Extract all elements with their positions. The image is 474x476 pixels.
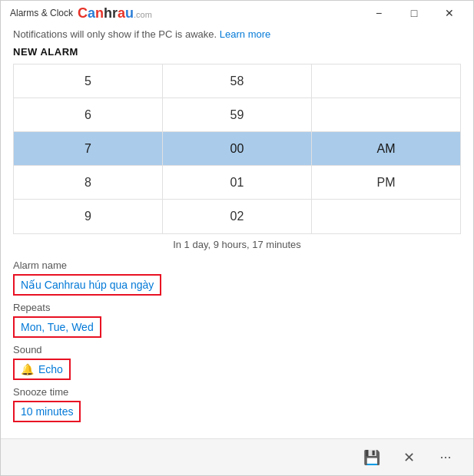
hour-cell-1[interactable]: 5 — [14, 64, 163, 98]
alarm-name-value[interactable]: Nấu Canhrau húp qua ngày — [13, 274, 161, 296]
hour-cell-5[interactable]: 9 — [14, 200, 163, 233]
snooze-label: Snooze time — [13, 386, 461, 398]
ampm-cell-5[interactable] — [312, 200, 460, 233]
logo-com: .com — [134, 10, 152, 19]
snooze-value[interactable]: 10 minutes — [13, 401, 81, 422]
notification-bar: Notifications will only show if the PC i… — [1, 25, 473, 46]
sound-label: Sound — [13, 344, 461, 355]
minute-cell-2[interactable]: 59 — [163, 98, 312, 132]
hour-cell-selected[interactable]: 7 — [14, 132, 163, 166]
app-window: Alarms & Clock Canhrau.com − □ ✕ Notific… — [0, 0, 474, 476]
time-info: In 1 day, 9 hours, 17 minutes — [13, 239, 461, 250]
save-button[interactable]: 💾 — [356, 442, 387, 473]
alarm-name-label: Alarm name — [13, 259, 461, 271]
time-row-5[interactable]: 9 02 — [14, 200, 460, 233]
minute-cell-5[interactable]: 02 — [163, 200, 312, 233]
minute-cell-4[interactable]: 01 — [163, 166, 312, 200]
maximize-button[interactable]: □ — [396, 1, 432, 25]
app-title: Alarms & Clock — [10, 8, 73, 18]
sound-name: Echo — [38, 363, 63, 375]
hour-cell-2[interactable]: 6 — [14, 98, 163, 132]
sound-value[interactable]: 🔔 Echo — [13, 359, 71, 380]
close-button[interactable]: ✕ — [432, 1, 467, 25]
time-row-1[interactable]: 5 58 — [14, 64, 460, 98]
bottom-bar: 💾 ✕ ··· — [1, 438, 473, 475]
minute-cell-1[interactable]: 58 — [163, 64, 312, 98]
main-content: NEW ALARM 5 58 6 59 7 00 AM 8 — [1, 46, 473, 438]
repeats-value[interactable]: Mon, Tue, Wed — [13, 316, 101, 338]
time-row-2[interactable]: 6 59 — [14, 98, 460, 132]
logo: Canhrau.com — [78, 5, 152, 21]
title-bar-left: Alarms & Clock Canhrau.com — [10, 5, 152, 21]
bell-icon: 🔔 — [21, 363, 34, 375]
notification-text: Notifications will only show if the PC i… — [13, 28, 217, 40]
learn-more-link[interactable]: Learn more — [220, 28, 270, 40]
page-title: NEW ALARM — [13, 46, 461, 58]
ampm-cell-2[interactable] — [312, 98, 460, 132]
cancel-button[interactable]: ✕ — [393, 442, 424, 473]
ampm-cell-4[interactable]: PM — [312, 166, 460, 200]
repeats-label: Repeats — [13, 302, 461, 313]
more-button[interactable]: ··· — [430, 442, 461, 473]
minute-cell-selected[interactable]: 00 — [163, 132, 312, 166]
time-row-4[interactable]: 8 01 PM — [14, 166, 460, 200]
time-row-selected[interactable]: 7 00 AM — [14, 132, 460, 166]
ampm-cell-selected[interactable]: AM — [312, 132, 460, 166]
title-bar-controls: − □ ✕ — [361, 1, 467, 25]
time-picker[interactable]: 5 58 6 59 7 00 AM 8 01 PM — [13, 64, 461, 234]
title-bar: Alarms & Clock Canhrau.com − □ ✕ — [1, 1, 473, 25]
ampm-cell-1[interactable] — [312, 64, 460, 98]
minimize-button[interactable]: − — [361, 1, 396, 25]
hour-cell-4[interactable]: 8 — [14, 166, 163, 200]
